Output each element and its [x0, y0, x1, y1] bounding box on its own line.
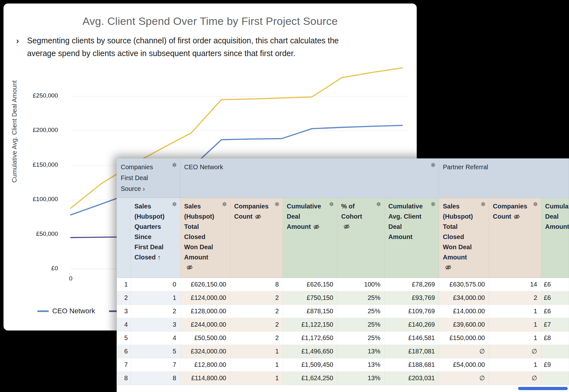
- eye-off-icon[interactable]: [514, 214, 520, 220]
- cell-pct-of-cohort: 25%: [337, 305, 385, 318]
- cell-cumulative-deal-amount: £878,150: [283, 305, 337, 318]
- cell-total-closed-won-deal-amount: £124,000.00: [180, 291, 230, 305]
- pivot-table: CompaniesFirst DealSource › CEO Network …: [117, 159, 569, 385]
- cell-partner-total-closed-won-deal-amount: £54,000.00: [439, 358, 489, 372]
- pivot-row-dimension-header[interactable]: CompaniesFirst DealSource ›: [117, 159, 180, 198]
- results-table-panel: CompaniesFirst DealSource › CEO Network …: [117, 159, 569, 392]
- cell-partner-companies-count: ∅: [489, 372, 541, 385]
- header-text-line: Sales: [134, 201, 176, 211]
- gear-icon[interactable]: [221, 201, 227, 207]
- header-text-line: (Hubspot): [134, 211, 176, 221]
- cell-partner-cumulative-deal-amount: £6: [541, 278, 569, 291]
- gear-icon[interactable]: [430, 201, 436, 207]
- pivot-group-label: CEO Network: [184, 163, 223, 171]
- cell-partner-total-closed-won-deal-amount: £630,575.00: [439, 278, 489, 291]
- cell-cumulative-deal-amount: £626,150: [283, 278, 337, 291]
- cell-quarters-since-first-deal: 8: [131, 372, 180, 385]
- cell-cumulative-avg-client-deal-amount: £203,031: [385, 372, 439, 385]
- header-text-line: Amount: [443, 252, 485, 262]
- cell-partner-cumulative-deal-amount: £6: [541, 305, 569, 318]
- column-header-cumulative-avg-client-deal-amount[interactable]: CumulativeAvg. ClientDeal Amount: [385, 198, 439, 278]
- legend-item[interactable]: CEO Network: [37, 307, 95, 315]
- header-text-line: Quarters: [134, 221, 176, 232]
- cell-pct-of-cohort: 100%: [337, 278, 385, 291]
- row-number-cell: 8: [117, 372, 131, 385]
- cell-quarters-since-first-deal: 0: [131, 278, 180, 291]
- header-text-line: First Deal: [134, 242, 176, 252]
- cell-total-closed-won-deal-amount: £626,150.00: [180, 278, 230, 291]
- cell-pct-of-cohort: 13%: [337, 358, 385, 372]
- cell-quarters-since-first-deal: 3: [131, 318, 180, 331]
- horizontal-scrollbar-thumb[interactable]: [518, 387, 568, 390]
- cell-partner-companies-count: 1: [489, 358, 541, 372]
- gear-icon[interactable]: [328, 201, 335, 207]
- header-text-line: Avg. Client: [388, 211, 435, 221]
- row-number-cell: 5: [117, 331, 131, 345]
- eye-off-icon[interactable]: [343, 223, 350, 230]
- pivot-group-label: Partner Referral: [443, 163, 488, 171]
- cell-cumulative-deal-amount: £750,150: [283, 291, 337, 305]
- eye-off-icon[interactable]: [445, 264, 451, 271]
- gear-icon[interactable]: [171, 201, 177, 207]
- header-text-line: Deal: [287, 211, 333, 221]
- gear-icon[interactable]: [430, 162, 436, 168]
- header-text-line: Cumulative: [545, 201, 565, 211]
- header-text-line: Companies: [234, 201, 279, 211]
- cell-companies-count: 2: [230, 331, 283, 345]
- cell-partner-cumulative-deal-amount: £6: [541, 291, 569, 305]
- header-text-line: (Hubspot): [184, 211, 226, 221]
- column-header-pct-of-cohort[interactable]: % of Cohort: [337, 198, 385, 278]
- gear-icon[interactable]: [274, 201, 280, 207]
- row-number-cell: 6: [117, 345, 131, 358]
- column-header-total-closed-won-deal-amount[interactable]: Sales(Hubspot)TotalClosedWon Deal Amount: [180, 198, 230, 278]
- cell-partner-companies-count: 2: [489, 291, 541, 305]
- header-text-line: Closed: [184, 232, 226, 242]
- gear-icon[interactable]: [376, 201, 382, 207]
- cell-partner-total-closed-won-deal-amount: £14,000.00: [439, 305, 489, 318]
- header-text-line: Deal: [545, 211, 565, 221]
- cell-companies-count: 8: [230, 278, 283, 291]
- pivot-group-ceo-network[interactable]: CEO Network: [180, 159, 439, 198]
- cell-cumulative-avg-client-deal-amount: £109,769: [385, 305, 439, 318]
- eye-off-icon[interactable]: [313, 224, 320, 230]
- header-text-line: % of: [341, 201, 380, 211]
- cell-cumulative-avg-client-deal-amount: £187,081: [385, 345, 439, 358]
- cell-partner-cumulative-deal-amount: £8: [541, 331, 569, 345]
- cell-companies-count: 1: [230, 345, 283, 358]
- column-header-partner-companies-count[interactable]: Companies Count: [489, 198, 541, 278]
- gear-icon[interactable]: [480, 201, 486, 207]
- column-header-partner-total-closed-won-deal-amount[interactable]: Sales(Hubspot)TotalClosedWon Deal Amount: [439, 198, 489, 278]
- column-header-quarters-since-first-deal-closed[interactable]: Sales(Hubspot)QuartersSinceFirst Deal Cl…: [131, 198, 180, 278]
- cell-partner-companies-count: ∅: [489, 345, 541, 358]
- header-text-line: Companies: [493, 201, 537, 211]
- x-axis-tick-label: 0: [66, 275, 76, 282]
- header-text-line: Cumulative: [388, 201, 435, 211]
- gear-icon[interactable]: [532, 201, 538, 207]
- gear-icon[interactable]: [171, 162, 177, 168]
- cell-partner-total-closed-won-deal-amount: £39,600.00: [439, 318, 489, 331]
- eye-off-icon[interactable]: [186, 264, 193, 271]
- pivot-group-partner-referral[interactable]: Partner Referral: [439, 159, 569, 198]
- cell-partner-companies-count: 14: [489, 278, 541, 291]
- header-text-line: Amount: [287, 221, 333, 232]
- eye-off-icon[interactable]: [255, 214, 261, 220]
- header-text-line: First Deal: [121, 172, 176, 183]
- cell-cumulative-deal-amount: £1,496,650: [283, 345, 337, 358]
- header-text-line: Count: [493, 211, 537, 221]
- column-header-companies-count[interactable]: Companies Count: [230, 198, 283, 278]
- header-text-line: Source ›: [121, 183, 176, 194]
- cell-pct-of-cohort: 25%: [337, 318, 385, 331]
- header-text-line: Amount: [388, 232, 435, 242]
- cell-pct-of-cohort: 13%: [337, 372, 385, 385]
- header-text-line: Companies: [121, 162, 176, 172]
- cell-cumulative-deal-amount: £1,624,250: [283, 372, 337, 385]
- column-header-cumulative-deal-amount[interactable]: CumulativeDeal Amount: [283, 198, 337, 278]
- cell-quarters-since-first-deal: 4: [131, 331, 180, 345]
- cell-partner-total-closed-won-deal-amount: £150,000.00: [439, 331, 489, 345]
- screen: { "chart_data": { "type": "line", "title…: [0, 0, 569, 392]
- cell-total-closed-won-deal-amount: £50,500.00: [180, 331, 230, 345]
- column-header-partner-cumulative-deal-amount[interactable]: CumulativeDeal Amount: [541, 198, 569, 278]
- cell-partner-cumulative-deal-amount: £7: [541, 318, 569, 331]
- header-text-line: Sales: [184, 201, 226, 211]
- cell-cumulative-deal-amount: £1,509,450: [283, 358, 337, 372]
